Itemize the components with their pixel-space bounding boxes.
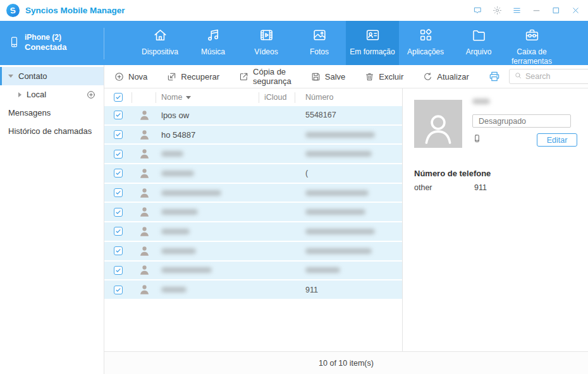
number-cell: 5548167 <box>295 111 402 119</box>
tab-v-deos[interactable]: Vídeos <box>240 21 293 65</box>
tab-fotos[interactable]: Fotos <box>293 21 346 65</box>
tab-label: Música <box>200 47 226 57</box>
contact-row[interactable]: 911 <box>104 280 402 300</box>
contact-name-cell <box>156 287 259 293</box>
contact-row[interactable] <box>104 184 402 203</box>
redacted-name <box>161 171 194 176</box>
row-checkbox[interactable] <box>114 227 123 236</box>
tab-label: Em formação <box>348 47 396 57</box>
tab-m-sica[interactable]: Música <box>187 21 240 65</box>
row-checkbox[interactable] <box>114 111 123 119</box>
button-label: Nova <box>128 72 147 81</box>
maximize-icon[interactable] <box>551 6 561 16</box>
contact-row[interactable] <box>104 242 402 262</box>
contact-avatar-icon <box>138 244 151 258</box>
mobile-phone-icon <box>472 133 482 147</box>
sidebar-item-hist-rico-de-chamadas[interactable]: Histórico de chamadas <box>0 122 104 140</box>
redacted-name <box>161 287 187 293</box>
contact-name-cell <box>156 229 259 234</box>
contact-avatar-icon <box>138 109 151 122</box>
photo-icon <box>312 27 328 45</box>
menu-icon[interactable] <box>511 6 522 16</box>
contact-row[interactable] <box>104 203 402 222</box>
redacted-name <box>161 248 196 254</box>
avatar-column-header <box>132 92 156 103</box>
row-checkbox[interactable] <box>114 266 123 275</box>
group-input[interactable] <box>472 114 571 128</box>
gear-icon[interactable] <box>492 6 502 16</box>
row-checkbox[interactable] <box>114 130 123 139</box>
salve-button[interactable]: Salve <box>310 71 346 82</box>
number-cell <box>295 190 402 196</box>
add-group-button[interactable] <box>86 90 96 100</box>
redacted-name <box>161 151 183 157</box>
row-checkbox[interactable] <box>114 169 123 178</box>
device-name: iPhone (2) <box>25 33 66 43</box>
sidebar-item-mensagens[interactable]: Mensagens <box>0 104 104 122</box>
nav-tabs: DispositivaMúsicaVídeosFotosEm formaçãoA… <box>104 21 588 65</box>
search-input[interactable] <box>525 72 588 81</box>
contact-row[interactable] <box>104 145 402 164</box>
row-checkbox[interactable] <box>114 188 123 197</box>
tab-em-forma-o[interactable]: Em formação <box>346 21 399 65</box>
redacted-name <box>161 190 221 196</box>
column-header-numero[interactable]: Número <box>295 92 402 103</box>
redacted-number <box>305 248 372 254</box>
c-pia-de-seguran-a-button[interactable]: Cópia de segurança <box>238 67 291 86</box>
sidebar-item-contato[interactable]: Contato <box>0 67 104 85</box>
column-header-icloud[interactable]: iCloud <box>259 92 295 103</box>
contact-row[interactable] <box>104 222 402 242</box>
row-checkbox[interactable] <box>114 246 123 255</box>
close-icon[interactable] <box>570 6 580 16</box>
contact-name-redacted <box>472 99 490 104</box>
redacted-number <box>305 132 375 138</box>
toolbar: NovaRecuperarCópia de segurançaSalveExcl… <box>104 65 588 88</box>
atualizar-button[interactable]: Atualizar <box>422 71 469 82</box>
music-icon <box>205 27 221 45</box>
tab-label: Aplicações <box>406 47 445 57</box>
redacted-number <box>305 151 372 157</box>
contact-row[interactable]: lpos ow5548167 <box>104 106 402 126</box>
device-info: iPhone (2) Conectada <box>0 21 104 65</box>
edit-button[interactable]: Editar <box>537 133 577 147</box>
number-cell: ( <box>295 169 402 178</box>
row-checkbox[interactable] <box>114 208 123 217</box>
contact-avatar-icon <box>138 147 151 160</box>
contact-row[interactable] <box>104 262 402 281</box>
row-checkbox[interactable] <box>114 286 123 294</box>
navbar: iPhone (2) Conectada DispositivaMúsicaVí… <box>0 21 588 65</box>
redacted-number <box>305 209 365 215</box>
contact-name-cell <box>156 248 259 254</box>
contact-avatar-icon <box>138 167 151 180</box>
tab-arquivo[interactable]: Arquivo <box>452 21 505 65</box>
button-label: Atualizar <box>437 72 469 81</box>
toolbox-icon <box>524 27 540 45</box>
minimize-icon[interactable] <box>531 6 541 16</box>
column-header-nome[interactable]: Nome <box>156 92 259 103</box>
tab-dispositiva[interactable]: Dispositiva <box>133 21 187 65</box>
tab-aplica-es[interactable]: Aplicações <box>399 21 452 65</box>
search-box[interactable] <box>509 69 588 84</box>
sidebar-item-label: Local <box>27 90 46 99</box>
button-label: Salve <box>325 72 346 81</box>
print-button[interactable] <box>488 70 501 83</box>
phone-icon <box>8 33 20 54</box>
select-all-cell <box>104 92 132 103</box>
redacted-number <box>305 190 369 196</box>
contact-row[interactable]: ho 54887 <box>104 126 402 145</box>
contact-name-cell <box>156 267 259 273</box>
sidebar-item-label: Histórico de chamadas <box>8 126 92 136</box>
folder-icon <box>471 27 487 45</box>
nova-button[interactable]: Nova <box>114 71 147 82</box>
row-checkbox[interactable] <box>114 150 123 159</box>
contact-avatar-icon <box>138 263 151 277</box>
select-all-checkbox[interactable] <box>114 93 123 102</box>
chat-icon[interactable] <box>472 6 482 16</box>
contact-row[interactable]: ( <box>104 164 402 184</box>
recuperar-button[interactable]: Recuperar <box>166 71 219 82</box>
contact-avatar <box>414 100 462 148</box>
excluir-button[interactable]: Excluir <box>364 71 403 82</box>
sidebar-item-local[interactable]: Local <box>0 85 104 104</box>
apps-icon <box>418 27 434 45</box>
tab-caixa-de-ferramentas[interactable]: Caixa de ferramentas <box>505 21 558 65</box>
